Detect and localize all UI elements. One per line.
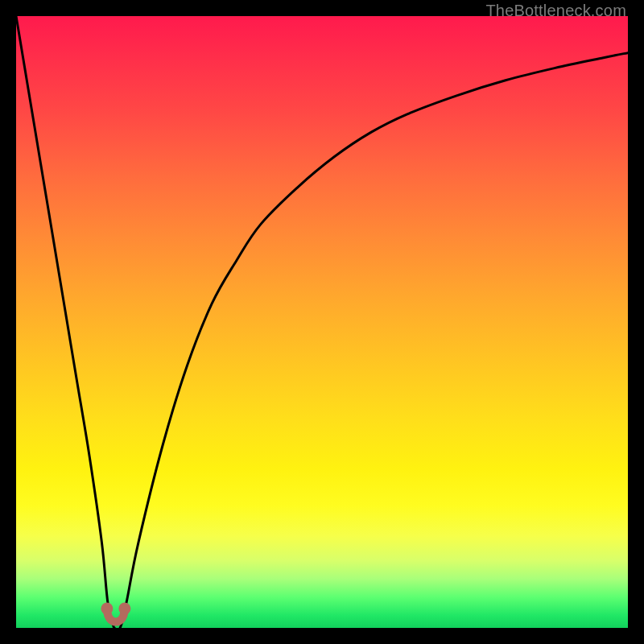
svg-point-1 [118, 603, 130, 615]
svg-point-0 [101, 603, 113, 615]
chart-figure: TheBottleneck.com [0, 0, 644, 644]
bottleneck-curve [16, 16, 628, 628]
plot-area [16, 16, 628, 628]
curve-overlay [16, 16, 628, 628]
optimal-marker [101, 603, 130, 622]
